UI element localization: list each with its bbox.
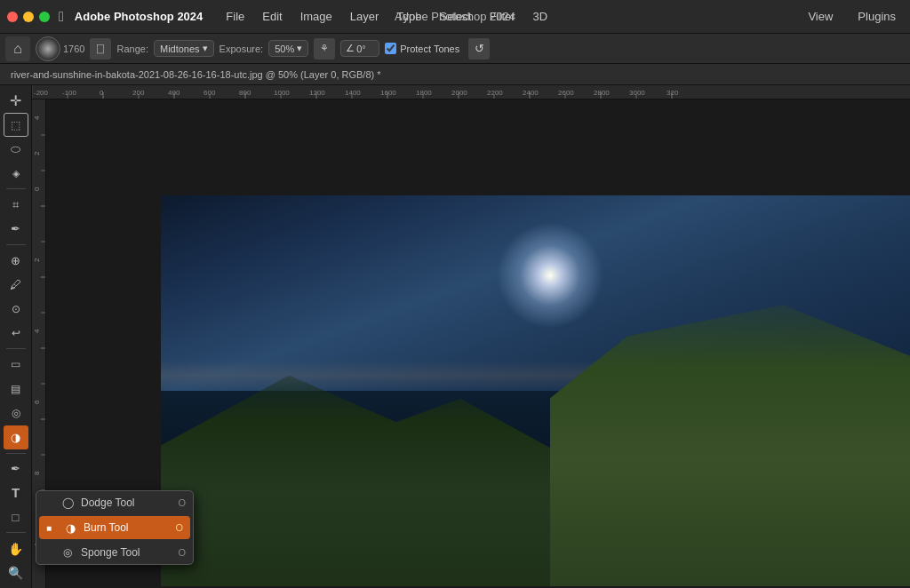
quick-select-tool[interactable]: ◈ [4, 162, 28, 185]
type-tool[interactable]: T [4, 481, 28, 505]
svg-text:2400: 2400 [523, 89, 539, 97]
sponge-shortcut: O [178, 547, 186, 558]
apple-icon:  [59, 9, 64, 25]
tool-separator-5 [6, 532, 26, 533]
dodge-shortcut: O [178, 497, 186, 508]
svg-text:2600: 2600 [558, 89, 574, 97]
svg-text:8: 8 [33, 471, 41, 475]
brush-tool[interactable]: 🖊 [4, 273, 28, 296]
exposure-chevron: ▾ [297, 43, 302, 54]
document-tab[interactable]: river-and-sunshine-in-bakota-2021-08-26-… [0, 64, 910, 85]
menu-file[interactable]: File [219, 7, 251, 26]
traffic-lights [7, 12, 50, 22]
svg-text:200: 200 [132, 89, 145, 97]
range-value: Midtones [160, 44, 200, 54]
blur-tool[interactable]: ◎ [4, 401, 28, 425]
protect-tones-wrap: Protect Tones [385, 43, 459, 54]
app-name: Adobe Photoshop 2024 [75, 10, 203, 23]
hand-tool[interactable]: ✋ [4, 536, 28, 560]
toolbar: ✛ ⬚ ⬭ ◈ ⌗ ✒ ⊕ 🖊 ⊙ ↩ ▭ ▤ ◎ ◑ ✒ T □ ✋ 🔍 [0, 85, 32, 588]
protect-tones-label: Protect Tones [400, 44, 459, 54]
burn-icon: ◑ [62, 520, 78, 536]
svg-text:600: 600 [204, 89, 216, 97]
menu-bar:  Adobe Photoshop 2024 File Edit Image L… [0, 0, 910, 34]
crop-tool[interactable]: ⌗ [4, 193, 28, 216]
angle-symbol: ∠ [346, 43, 355, 54]
minimize-button[interactable] [23, 12, 34, 22]
ruler-top: -200 -100 0 200 400 600 800 1000 1200 14… [32, 85, 910, 99]
canvas-area[interactable]: -200 -100 0 200 400 600 800 1000 1200 14… [32, 85, 910, 588]
tool-separator-4 [6, 453, 26, 454]
brush-size-value: 1760 [63, 44, 84, 54]
svg-text:1000: 1000 [274, 89, 290, 97]
brush-preview-wrap: 1760 [36, 36, 84, 61]
burn-tool-option[interactable]: ■ ◑ Burn Tool O [39, 516, 190, 539]
brush-mode-button[interactable]: ⎕ [90, 38, 111, 60]
sponge-tool-option[interactable]: ◎ Sponge Tool O [36, 541, 193, 564]
svg-text:1200: 1200 [309, 89, 325, 97]
eraser-tool[interactable]: ▭ [4, 353, 28, 376]
menu-right: View Plugins [801, 7, 903, 26]
move-tool[interactable]: ✛ [4, 89, 28, 112]
svg-text:1800: 1800 [416, 89, 432, 97]
maximize-button[interactable] [39, 12, 50, 22]
svg-text:2: 2 [33, 151, 41, 155]
dodge-label: Dodge Tool [81, 497, 172, 509]
svg-text:3000: 3000 [629, 89, 645, 97]
brush-preview[interactable] [36, 36, 60, 61]
svg-text:4: 4 [33, 329, 41, 333]
dodge-icon: ◯ [60, 495, 76, 511]
tool-flyout-menu: ◯ Dodge Tool O ■ ◑ Burn Tool O ◎ Sponge … [36, 490, 194, 565]
angle-input[interactable]: ∠ 0° [340, 40, 379, 57]
tool-separator-1 [6, 188, 26, 189]
svg-text:-100: -100 [62, 89, 77, 97]
zoom-tool[interactable]: 🔍 [4, 561, 28, 584]
extra-button[interactable]: ↺ [468, 38, 490, 60]
sponge-icon: ◎ [60, 544, 76, 560]
svg-text:4: 4 [33, 115, 41, 120]
shape-tool[interactable]: □ [4, 505, 28, 528]
marquee-tool[interactable]: ⬚ [4, 113, 28, 136]
history-brush-tool[interactable]: ↩ [4, 322, 28, 345]
burn-tool[interactable]: ◑ [4, 425, 28, 449]
close-button[interactable] [7, 12, 18, 22]
exposure-label: Exposure: [220, 44, 264, 54]
tool-separator-2 [6, 244, 26, 245]
canvas-image[interactable] [161, 195, 910, 586]
burn-label: Burn Tool [84, 521, 170, 534]
menu-image[interactable]: Image [293, 7, 339, 26]
svg-text:-200: -200 [34, 89, 49, 97]
svg-text:1400: 1400 [345, 89, 361, 97]
dodge-tool-option[interactable]: ◯ Dodge Tool O [36, 491, 193, 514]
menu-edit[interactable]: Edit [255, 7, 289, 26]
menu-plugins[interactable]: Plugins [850, 7, 903, 26]
clone-tool[interactable]: ⊙ [4, 298, 28, 321]
angle-value: 0° [356, 44, 366, 54]
menu-3d[interactable]: 3D [526, 7, 555, 26]
spot-heal-tool[interactable]: ⊕ [4, 249, 28, 272]
exposure-dropdown[interactable]: 50% ▾ [268, 40, 308, 57]
menu-view[interactable]: View [801, 7, 840, 26]
airbrush-button[interactable]: ⚘ [314, 38, 335, 60]
gradient-tool[interactable]: ▤ [4, 377, 28, 401]
range-dropdown[interactable]: Midtones ▾ [154, 40, 214, 57]
svg-text:1600: 1600 [380, 89, 396, 97]
range-label: Range: [116, 44, 148, 54]
burn-shortcut: O [175, 522, 183, 533]
menu-layer[interactable]: Layer [343, 7, 387, 26]
eyedropper-tool[interactable]: ✒ [4, 218, 28, 241]
window-title: Adobe Photoshop 2024 [395, 10, 515, 23]
svg-text:6: 6 [33, 400, 41, 404]
pen-tool[interactable]: ✒ [4, 457, 28, 480]
svg-text:2200: 2200 [487, 89, 503, 97]
protect-tones-checkbox[interactable] [385, 43, 396, 54]
home-button[interactable]: ⌂ [5, 36, 30, 61]
svg-text:400: 400 [168, 89, 180, 97]
lasso-tool[interactable]: ⬭ [4, 138, 28, 161]
options-bar: ⌂ 1760 ⎕ Range: Midtones ▾ Exposure: 50%… [0, 34, 910, 64]
main-area: ✛ ⬚ ⬭ ◈ ⌗ ✒ ⊕ 🖊 ⊙ ↩ ▭ ▤ ◎ ◑ ✒ T □ ✋ 🔍 [0, 85, 910, 588]
svg-text:2000: 2000 [451, 89, 467, 97]
range-chevron: ▾ [203, 43, 208, 54]
document-filename: river-and-sunshine-in-bakota-2021-08-26-… [11, 69, 381, 80]
svg-text:2: 2 [33, 258, 41, 262]
